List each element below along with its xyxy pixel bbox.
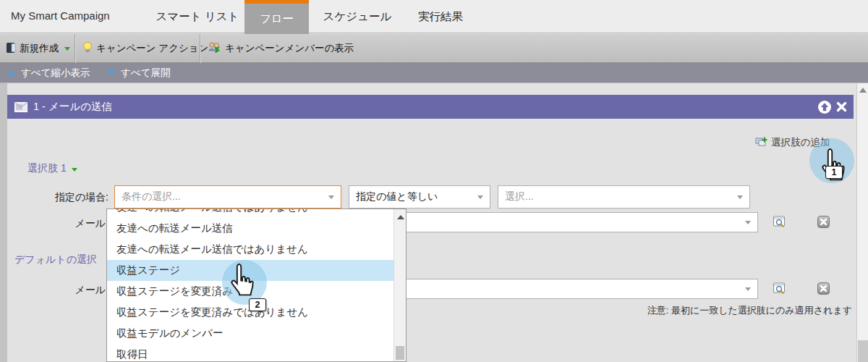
add-window-plus-icon <box>755 136 768 149</box>
scroll-up-arrow-icon[interactable] <box>859 88 867 93</box>
default-choice-label: デフォルトの選択 <box>14 253 97 266</box>
collapse-all-button[interactable]: すべて縮小表示 <box>7 63 90 83</box>
main-scrollbar[interactable] <box>856 83 868 362</box>
smart-campaign-window: My Smart Campaign スマート リスト フロー スケジュール 実行… <box>0 0 868 362</box>
campaign-actions-label: キャンペーン アクション <box>96 42 208 55</box>
clear-default-email-button[interactable] <box>817 282 830 295</box>
tab-bar: My Smart Campaign スマート リスト フロー スケジュール 実行… <box>0 0 868 33</box>
tab-smart-list[interactable]: スマート リスト <box>147 0 248 33</box>
dropdown-item[interactable]: 友達への転送メール送信ではありません <box>107 209 394 218</box>
expand-all-label: すべて展開 <box>121 67 170 80</box>
operator-combobox[interactable]: 指定の値と等しい <box>349 185 490 209</box>
triangle-up-icon <box>7 70 16 76</box>
magnifier-window-icon <box>773 282 788 295</box>
step-collapse-button[interactable] <box>817 100 832 117</box>
condition-combobox-value: 条件の選択... <box>122 190 181 203</box>
view-campaign-members-button[interactable]: キャンペーンメンバーの表示 <box>208 34 354 63</box>
action-toolbar: 新規作成 キャンペーン アクション キャンペーンメンバーの表示 <box>0 34 868 63</box>
choice-1-label: 選択肢 1 <box>27 162 67 175</box>
tab-schedule[interactable]: スケジュール <box>316 0 399 33</box>
hand-cursor-icon <box>227 261 258 297</box>
dropdown-item[interactable]: 友達への転送メール送信ではありません <box>107 239 394 260</box>
people-arrow-icon <box>208 41 221 56</box>
expand-all-button[interactable]: すべて展開 <box>107 63 170 83</box>
notebook-icon <box>6 42 16 56</box>
email-picker-button[interactable] <box>773 215 788 232</box>
toolbar-separator <box>200 34 201 63</box>
flow-step-title: 1 - メールの送信 <box>33 100 112 114</box>
left-gutter <box>0 83 7 362</box>
combo-arrow-icon <box>737 195 743 199</box>
magnifier-window-icon <box>773 215 788 229</box>
choice-1-header[interactable]: 選択肢 1 <box>27 162 77 175</box>
clear-x-icon <box>820 285 827 292</box>
default-email-label: メール: <box>43 284 109 297</box>
dropdown-item[interactable]: 収益モデルのメンバー <box>107 323 394 344</box>
step-badge-2: 2 <box>249 298 266 311</box>
default-email-picker-button[interactable] <box>773 282 788 298</box>
condition-combobox[interactable]: 条件の選択... <box>114 185 341 209</box>
new-button[interactable]: 新規作成 <box>6 34 70 63</box>
triangle-down-icon <box>107 70 116 76</box>
scroll-up-arrow-icon[interactable] <box>397 215 404 219</box>
dropdown-scrollbar[interactable] <box>393 209 406 361</box>
email-label: メール: <box>43 217 109 230</box>
clear-x-icon <box>820 219 827 225</box>
dropdown-item[interactable]: 友達への転送メール送信 <box>107 218 394 239</box>
value-combobox-value: 選択... <box>505 190 534 203</box>
tab-flow[interactable]: フロー <box>244 0 309 34</box>
flow-step-header: 1 - メールの送信 <box>7 95 854 119</box>
toolbar-separator <box>75 34 76 63</box>
new-button-label: 新規作成 <box>20 42 59 55</box>
dropdown-scrollbar-thumb[interactable] <box>396 346 404 360</box>
email-icon <box>14 102 27 112</box>
chevron-down-icon <box>72 168 77 172</box>
dropdown-item[interactable]: 取得日 <box>107 344 394 362</box>
campaign-title: My Smart Campaign <box>11 9 110 22</box>
view-campaign-members-label: キャンペーンメンバーの表示 <box>225 42 354 55</box>
combo-arrow-icon <box>477 195 483 199</box>
step-close-button[interactable] <box>836 101 847 114</box>
clear-email-button[interactable] <box>817 216 830 228</box>
main-scrollbar-thumb[interactable] <box>858 340 868 362</box>
first-match-note: 注意: 最初に一致した選択肢にのみ適用されます <box>647 304 852 317</box>
lightbulb-icon <box>82 41 93 56</box>
value-combobox[interactable]: 選択... <box>498 185 750 209</box>
combo-arrow-icon <box>745 287 751 291</box>
chevron-down-icon <box>64 47 70 51</box>
operator-combobox-value: 指定の値と等しい <box>356 190 438 203</box>
view-bar: すべて縮小表示 すべて展開 <box>0 63 868 83</box>
if-label: 指定の場合: <box>43 191 109 204</box>
default-choice-header: デフォルトの選択 <box>14 253 97 266</box>
combo-arrow-icon <box>328 195 334 199</box>
combo-arrow-icon <box>745 221 751 224</box>
tab-results[interactable]: 実行結果 <box>407 0 474 33</box>
step-badge-1: 1 <box>825 166 843 179</box>
collapse-all-label: すべて縮小表示 <box>21 67 90 80</box>
